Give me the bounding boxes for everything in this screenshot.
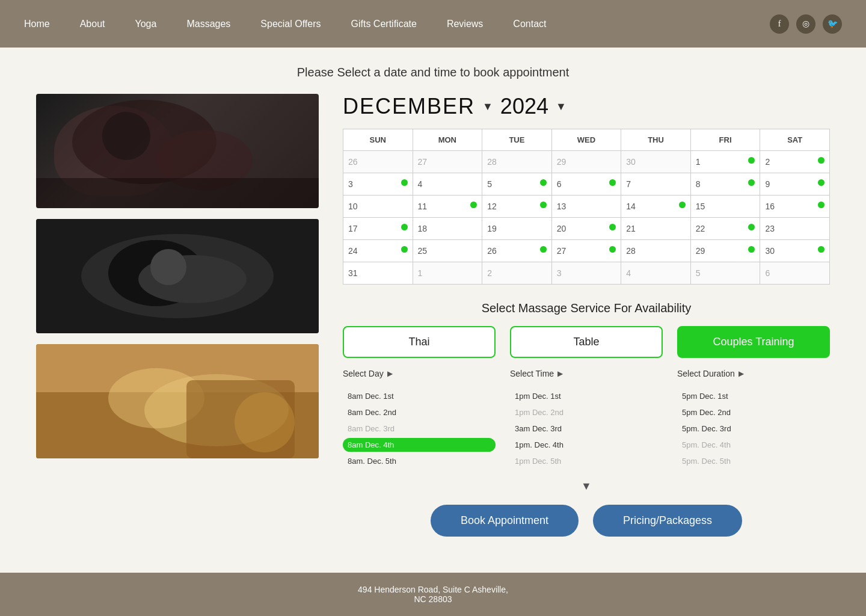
cal-cell-30[interactable]: 30 — [760, 240, 830, 262]
service-couples-button[interactable]: Couples Training — [677, 326, 830, 358]
right-booking: DECEMBER ▼ 2024 ▼ SUNMONTUEWEDTHUFRISAT … — [343, 94, 830, 537]
nav-special-offers[interactable]: Special Offers — [260, 19, 321, 29]
calendar-month: DECEMBER — [343, 94, 475, 119]
nav-contact[interactable]: Contact — [513, 19, 546, 29]
nav-about[interactable]: About — [80, 19, 105, 29]
cal-cell-29[interactable]: 29 — [551, 151, 621, 173]
cal-cell-19[interactable]: 19 — [482, 218, 552, 240]
facebook-icon[interactable]: f — [770, 14, 789, 34]
cal-header-thu: THU — [621, 129, 691, 151]
cal-cell-5[interactable]: 5 — [690, 262, 760, 285]
availability-dot — [609, 246, 616, 253]
cal-cell-2[interactable]: 2 — [482, 262, 552, 285]
nav-reviews[interactable]: Reviews — [447, 19, 483, 29]
cal-header-tue: TUE — [482, 129, 552, 151]
cal-cell-3[interactable]: 3 — [551, 262, 621, 285]
massage-image-1 — [36, 94, 319, 208]
cal-cell-10[interactable]: 10 — [343, 196, 413, 218]
cal-cell-28[interactable]: 28 — [621, 240, 691, 262]
pricing-packages-button[interactable]: Pricing/Packagess — [593, 505, 742, 537]
cal-cell-3[interactable]: 3 — [343, 173, 413, 196]
cal-cell-9[interactable]: 9 — [760, 173, 830, 196]
cal-cell-6[interactable]: 6 — [551, 173, 621, 196]
select-day-dropdown[interactable]: Select Day ▶ — [343, 369, 496, 383]
schedule-item[interactable]: 5pm. Dec. 3rd — [677, 422, 830, 436]
cal-cell-11[interactable]: 11 — [413, 196, 482, 218]
cal-cell-26[interactable]: 26 — [482, 240, 552, 262]
nav-gifts[interactable]: Gifts Certificate — [351, 19, 417, 29]
book-appointment-button[interactable]: Book Appointment — [431, 505, 579, 537]
cal-header-sat: SAT — [760, 129, 830, 151]
nav-home[interactable]: Home — [24, 19, 50, 29]
schedule-item[interactable]: 5pm. Dec. 5th — [677, 454, 830, 468]
availability-dot — [540, 202, 547, 208]
social-icons: f ◎ 🐦 — [770, 14, 842, 34]
schedule-item[interactable]: 8am Dec. 1st — [343, 389, 496, 403]
availability-dot — [818, 157, 825, 164]
cal-cell-23[interactable]: 23 — [760, 218, 830, 240]
more-arrow[interactable]: ▼ — [343, 480, 830, 493]
cal-cell-25[interactable]: 25 — [413, 240, 482, 262]
cal-cell-18[interactable]: 18 — [413, 218, 482, 240]
cal-cell-24[interactable]: 24 — [343, 240, 413, 262]
cal-cell-20[interactable]: 20 — [551, 218, 621, 240]
svg-point-8 — [150, 249, 186, 285]
availability-dot — [609, 179, 616, 186]
cal-cell-8[interactable]: 8 — [690, 173, 760, 196]
year-dropdown[interactable]: ▼ — [556, 100, 567, 113]
availability-dot — [818, 179, 825, 186]
nav-links: Home About Yoga Massages Special Offers … — [24, 19, 770, 29]
cal-cell-31[interactable]: 31 — [343, 262, 413, 285]
cal-cell-13[interactable]: 13 — [551, 196, 621, 218]
schedule-item[interactable]: 8am. Dec. 5th — [343, 454, 496, 468]
schedule-item[interactable]: 5pm Dec. 1st — [677, 389, 830, 403]
schedule-item[interactable]: 8am Dec. 3rd — [343, 422, 496, 436]
twitter-icon[interactable]: 🐦 — [823, 14, 842, 34]
cal-header-mon: MON — [413, 129, 482, 151]
footer: 494 Henderson Road, Suite C Asheville, N… — [0, 573, 866, 616]
instagram-icon[interactable]: ◎ — [796, 14, 815, 34]
select-day-label: Select Day — [343, 369, 384, 378]
schedule-item[interactable]: 1pm Dec. 1st — [510, 389, 663, 403]
cal-cell-5[interactable]: 5 — [482, 173, 552, 196]
svg-point-14 — [235, 392, 295, 452]
cal-cell-4[interactable]: 4 — [413, 173, 482, 196]
cal-cell-28[interactable]: 28 — [482, 151, 552, 173]
cal-cell-27[interactable]: 27 — [551, 240, 621, 262]
cal-cell-2[interactable]: 2 — [760, 151, 830, 173]
cal-cell-22[interactable]: 22 — [690, 218, 760, 240]
cal-cell-15[interactable]: 15 — [690, 196, 760, 218]
nav-massages[interactable]: Massages — [186, 19, 230, 29]
cal-cell-26[interactable]: 26 — [343, 151, 413, 173]
navbar: Home About Yoga Massages Special Offers … — [0, 0, 866, 48]
cal-cell-4[interactable]: 4 — [621, 262, 691, 285]
cal-cell-21[interactable]: 21 — [621, 218, 691, 240]
schedule-item[interactable]: 1pm Dec. 5th — [510, 454, 663, 468]
cal-cell-30[interactable]: 30 — [621, 151, 691, 173]
schedule-item[interactable]: 1pm. Dec. 4th — [510, 438, 663, 452]
schedule-item[interactable]: 5pm. Dec. 4th — [677, 438, 830, 452]
cal-cell-14[interactable]: 14 — [621, 196, 691, 218]
cal-cell-27[interactable]: 27 — [413, 151, 482, 173]
cal-cell-6[interactable]: 6 — [760, 262, 830, 285]
schedule-item[interactable]: 1pm Dec. 2nd — [510, 405, 663, 419]
cal-cell-29[interactable]: 29 — [690, 240, 760, 262]
schedule-item[interactable]: 3am Dec. 3rd — [510, 422, 663, 436]
service-thai-button[interactable]: Thai — [343, 326, 496, 358]
schedule-item[interactable]: 8am Dec. 4th — [343, 438, 496, 452]
month-dropdown[interactable]: ▼ — [482, 100, 493, 113]
cal-cell-12[interactable]: 12 — [482, 196, 552, 218]
main-layout: DECEMBER ▼ 2024 ▼ SUNMONTUEWEDTHUFRISAT … — [36, 94, 830, 537]
schedule-item[interactable]: 8am Dec. 2nd — [343, 405, 496, 419]
select-time-dropdown[interactable]: Select Time ▶ — [510, 369, 663, 383]
cal-cell-17[interactable]: 17 — [343, 218, 413, 240]
page-content: Please Select a date and time to book ap… — [0, 48, 866, 561]
cal-cell-16[interactable]: 16 — [760, 196, 830, 218]
cal-cell-1[interactable]: 1 — [413, 262, 482, 285]
schedule-item[interactable]: 5pm Dec. 2nd — [677, 405, 830, 419]
cal-cell-1[interactable]: 1 — [690, 151, 760, 173]
select-duration-dropdown[interactable]: Select Duration ▶ — [677, 369, 830, 383]
nav-yoga[interactable]: Yoga — [135, 19, 157, 29]
cal-cell-7[interactable]: 7 — [621, 173, 691, 196]
service-table-button[interactable]: Table — [510, 326, 663, 358]
